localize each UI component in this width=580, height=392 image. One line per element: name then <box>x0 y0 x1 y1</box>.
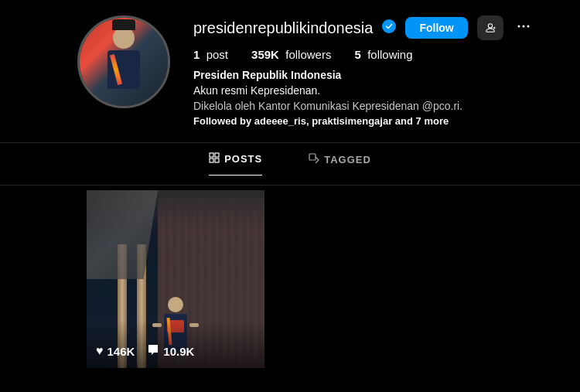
followed-by-suffix: and 7 more <box>392 115 449 127</box>
profile-header-row: presidenrepublikindonesia Follow <box>193 15 557 40</box>
following-count: 5 <box>354 48 360 61</box>
photo-grid: ♥ 146K 10.9K <box>0 186 580 370</box>
posts-tab-icon <box>209 152 220 165</box>
grid-item[interactable]: ♥ 146K 10.9K <box>87 190 264 368</box>
comment-icon <box>147 343 159 359</box>
posts-label: post <box>206 48 228 61</box>
heart-icon: ♥ <box>96 344 104 358</box>
svg-rect-4 <box>210 153 213 157</box>
posts-tab-label: POSTS <box>224 153 262 165</box>
likes-count: 146K <box>107 345 135 358</box>
likes-stat: ♥ 146K <box>96 344 135 358</box>
svg-rect-7 <box>215 159 219 162</box>
followed-by-prefix: Followed by <box>193 115 254 127</box>
profile-section: presidenrepublikindonesia Follow <box>0 0 580 135</box>
tab-posts[interactable]: POSTS <box>209 152 262 176</box>
bio-section: Presiden Republik Indonesia Akun resmi K… <box>193 69 557 127</box>
tab-tagged[interactable]: TAGGED <box>309 152 371 176</box>
verified-icon <box>382 19 396 36</box>
svg-rect-8 <box>309 154 316 160</box>
stats-row: 1 post 359K followers 5 following <box>193 48 557 61</box>
svg-rect-6 <box>210 159 213 162</box>
bio-managed: Dikelola oleh Kantor Komunikasi Kepresid… <box>193 100 557 112</box>
svg-point-0 <box>382 19 396 33</box>
followed-by-users: adeeee_ris, praktisimengajar <box>254 115 393 127</box>
bio-display-name: Presiden Republik Indonesia <box>193 69 557 81</box>
comments-count: 10.9K <box>163 345 194 358</box>
tagged-tab-icon <box>309 153 319 166</box>
more-options-button[interactable] <box>513 19 534 38</box>
followers-stat: 359K followers <box>251 48 331 61</box>
followed-by: Followed by adeeee_ris, praktisimengajar… <box>193 115 557 127</box>
posts-count: 1 <box>193 48 200 61</box>
following-stat: 5 following <box>354 48 412 61</box>
svg-point-3 <box>527 25 529 27</box>
tagged-tab-label: TAGGED <box>324 154 371 165</box>
tabs-row: POSTS TAGGED <box>0 143 580 186</box>
add-friend-button[interactable] <box>477 15 503 40</box>
following-label: following <box>367 48 412 61</box>
posts-stat: 1 post <box>193 48 228 61</box>
avatar <box>77 15 170 108</box>
followers-count: 359K <box>251 48 279 61</box>
followers-label: followers <box>285 48 331 61</box>
svg-rect-5 <box>215 153 219 157</box>
svg-point-2 <box>522 25 524 27</box>
bio-description: Akun resmi Kepresidenan. <box>193 84 557 97</box>
profile-info: presidenrepublikindonesia Follow <box>193 15 557 127</box>
username: presidenrepublikindonesia <box>193 19 373 37</box>
svg-point-1 <box>517 25 520 27</box>
comments-stat: 10.9K <box>147 343 194 359</box>
follow-button[interactable]: Follow <box>405 17 467 39</box>
